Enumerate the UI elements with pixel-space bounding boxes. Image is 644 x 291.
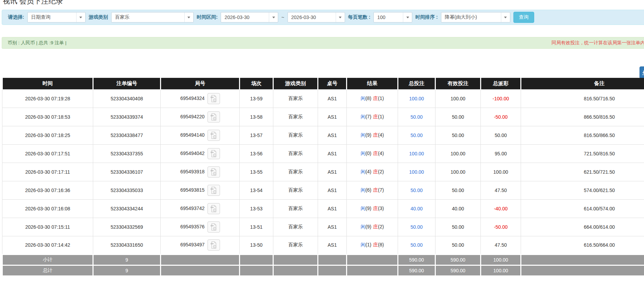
total-bet-link[interactable]: 40.00 <box>411 206 423 211</box>
result-player-label: 闲 <box>361 114 365 119</box>
cell-valid-bet: 50.00 <box>435 236 481 254</box>
result-player-label: 闲 <box>361 224 365 229</box>
chevron-down-icon <box>504 17 507 18</box>
result-banker-score: (4) <box>378 151 384 156</box>
date-to-value: 2026-03-30 <box>288 12 336 22</box>
result-player-score: (1) <box>365 242 371 247</box>
video-replay-button[interactable] <box>208 111 220 122</box>
footer-empty-table <box>318 265 347 276</box>
total-bet-link[interactable]: 100.00 <box>409 96 424 101</box>
col-result: 结果 <box>347 78 398 89</box>
page-size-select[interactable]: 100 <box>373 12 412 22</box>
cell-payout: -50.00 <box>481 108 521 126</box>
video-replay-button[interactable] <box>208 93 220 104</box>
col-time: 时间 <box>2 78 93 89</box>
video-replay-button[interactable] <box>208 203 220 214</box>
total-bet-link[interactable]: 100.00 <box>409 151 424 156</box>
cell-total-bet: 50.00 <box>398 218 435 236</box>
col-table-no: 桌号 <box>318 78 347 89</box>
cell-total-bet: 50.00 <box>398 181 435 199</box>
video-replay-button[interactable] <box>208 148 220 159</box>
chevron-down-icon[interactable] <box>403 12 412 22</box>
cell-session: 13-51 <box>240 218 273 236</box>
cell-session: 13-55 <box>240 163 273 181</box>
game-type-select[interactable]: 百家乐 <box>111 12 194 22</box>
export-button[interactable] <box>639 66 644 79</box>
total-bet-link[interactable]: 50.00 <box>411 188 423 193</box>
cell-time: 2026-03-30 07:18:53 <box>2 108 93 126</box>
cell-round-id: 695494042 <box>161 144 240 163</box>
chevron-down-icon[interactable] <box>76 12 85 22</box>
query-mode-select[interactable]: 日期查询 <box>27 12 86 22</box>
result-banker-label: 庄 <box>373 242 378 247</box>
footer-empty-result <box>347 254 398 265</box>
chevron-down-icon <box>272 17 275 18</box>
sort-order-select[interactable]: 降幂(由大到小) <box>441 12 510 22</box>
round-id-value: 695493576 <box>180 224 204 229</box>
summary-bar: 币别 : 人民币 | 总共 :9 注单 | 同局有效投注，统一计算在该局第一张注… <box>2 37 644 49</box>
result-player-score: (4) <box>365 169 371 174</box>
cell-remark: 621.50/721.50 <box>521 163 644 181</box>
cell-round-id: 695494140 <box>161 126 240 144</box>
cell-remark: 816.50/866.50 <box>521 126 644 144</box>
video-replay-button[interactable] <box>208 130 220 141</box>
chevron-down-icon[interactable] <box>269 12 278 22</box>
chevron-down-icon[interactable] <box>184 12 193 22</box>
date-to-select[interactable]: 2026-03-30 <box>288 12 345 22</box>
footer-total-bet: 590.00 <box>398 265 435 276</box>
video-file-icon <box>210 95 217 102</box>
result-banker-label: 庄 <box>373 151 378 156</box>
result-banker-score: (7) <box>378 187 384 193</box>
col-session: 场次 <box>240 78 273 89</box>
total-bet-link[interactable]: 50.00 <box>411 114 423 120</box>
game-type-value: 百家乐 <box>112 12 184 22</box>
result-banker-label: 庄 <box>373 187 378 193</box>
table-row: 2026-03-30 07:17:11 523304336107 6954939… <box>2 163 644 181</box>
col-payout: 总派彩 <box>481 78 521 89</box>
footer-payout: 100.00 <box>481 265 521 276</box>
cell-round-id: 695493918 <box>161 163 240 181</box>
chevron-down-icon[interactable] <box>501 12 510 22</box>
video-file-icon <box>210 168 217 176</box>
cell-round-id: 695494324 <box>161 89 240 108</box>
footer-label: 小计 <box>2 254 93 265</box>
chevron-down-icon[interactable] <box>336 12 345 22</box>
date-from-select[interactable]: 2026-03-30 <box>221 12 278 22</box>
cell-result: 闲(9)庄(3) <box>347 199 398 218</box>
cell-remark: 574.00/621.50 <box>521 181 644 199</box>
cell-session: 13-50 <box>240 236 273 254</box>
cell-bet-id: 523304339374 <box>93 108 161 126</box>
result-player-score: (8) <box>365 96 371 101</box>
page-size-label: 每页笔数 : <box>348 14 371 20</box>
cell-game-type: 百家乐 <box>273 163 318 181</box>
cell-game-type: 百家乐 <box>273 108 318 126</box>
cell-result: 闲(1)庄(8) <box>347 236 398 254</box>
result-player-label: 闲 <box>361 242 365 247</box>
total-bet-link[interactable]: 50.00 <box>411 224 423 230</box>
video-replay-button[interactable] <box>208 166 220 178</box>
col-bet-id: 注单编号 <box>93 78 161 89</box>
result-banker-label: 庄 <box>373 206 378 211</box>
total-bet-link[interactable]: 50.00 <box>411 133 423 138</box>
cell-bet-id: 523304334244 <box>93 199 161 218</box>
round-id-value: 695493497 <box>180 242 204 247</box>
video-replay-button[interactable] <box>208 185 220 196</box>
total-bet-link[interactable]: 50.00 <box>411 242 423 248</box>
video-file-icon <box>210 205 217 212</box>
cell-payout: 47.50 <box>481 181 521 199</box>
cell-total-bet: 100.00 <box>398 144 435 163</box>
cell-bet-id: 523304338477 <box>93 126 161 144</box>
search-button[interactable]: 查询 <box>513 12 534 23</box>
result-player-label: 闲 <box>361 187 365 193</box>
total-bet-link[interactable]: 100.00 <box>409 169 424 175</box>
page-title: 视讯 会员下注纪录 <box>3 0 63 6</box>
video-replay-button[interactable] <box>208 221 220 233</box>
result-banker-score: (3) <box>378 206 384 211</box>
cell-result: 闲(0)庄(4) <box>347 144 398 163</box>
video-file-icon <box>210 241 217 249</box>
cell-game-type: 百家乐 <box>273 144 318 163</box>
video-replay-button[interactable] <box>208 239 220 251</box>
cell-remark: 664.00/614.00 <box>521 218 644 236</box>
cell-payout: 100.00 <box>481 163 521 181</box>
cell-session: 13-58 <box>240 108 273 126</box>
